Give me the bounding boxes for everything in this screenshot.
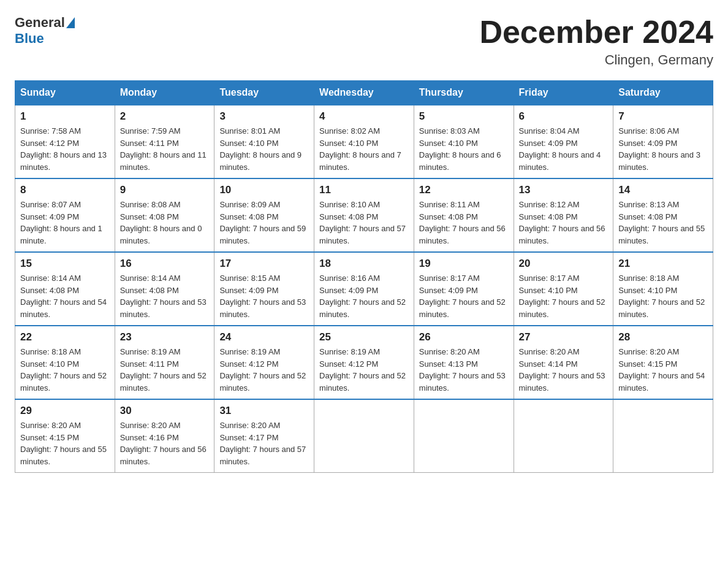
col-tuesday: Tuesday — [214, 81, 314, 105]
col-sunday: Sunday — [15, 81, 115, 105]
day-number: 25 — [319, 331, 409, 343]
day-info: Sunrise: 8:09 AMSunset: 4:08 PMDaylight:… — [219, 199, 309, 247]
day-info: Sunrise: 8:17 AMSunset: 4:09 PMDaylight:… — [419, 272, 509, 320]
calendar-cell: 28 Sunrise: 8:20 AMSunset: 4:15 PMDaylig… — [613, 326, 713, 399]
day-info: Sunrise: 8:20 AMSunset: 4:14 PMDaylight:… — [519, 346, 609, 394]
calendar-cell: 30 Sunrise: 8:20 AMSunset: 4:16 PMDaylig… — [115, 399, 214, 473]
calendar-cell: 1 Sunrise: 7:58 AMSunset: 4:12 PMDayligh… — [15, 105, 115, 178]
calendar-cell: 10 Sunrise: 8:09 AMSunset: 4:08 PMDaylig… — [214, 178, 314, 252]
calendar-cell: 24 Sunrise: 8:19 AMSunset: 4:12 PMDaylig… — [214, 326, 314, 399]
calendar-cell: 9 Sunrise: 8:08 AMSunset: 4:08 PMDayligh… — [115, 178, 214, 252]
day-info: Sunrise: 8:02 AMSunset: 4:10 PMDaylight:… — [319, 125, 409, 173]
day-number: 28 — [618, 331, 708, 343]
day-info: Sunrise: 8:20 AMSunset: 4:17 PMDaylight:… — [219, 419, 309, 467]
title-block: December 2024 Clingen, Germany — [479, 15, 713, 68]
col-thursday: Thursday — [414, 81, 514, 105]
calendar-cell: 14 Sunrise: 8:13 AMSunset: 4:08 PMDaylig… — [613, 178, 713, 252]
day-number: 7 — [618, 110, 708, 123]
calendar-cell: 21 Sunrise: 8:18 AMSunset: 4:10 PMDaylig… — [613, 252, 713, 326]
calendar-cell: 11 Sunrise: 8:10 AMSunset: 4:08 PMDaylig… — [314, 178, 414, 252]
day-number: 6 — [519, 110, 609, 123]
calendar-cell: 8 Sunrise: 8:07 AMSunset: 4:09 PMDayligh… — [15, 178, 115, 252]
calendar-cell: 5 Sunrise: 8:03 AMSunset: 4:10 PMDayligh… — [414, 105, 514, 178]
calendar-cell — [414, 399, 514, 473]
day-number: 21 — [618, 258, 708, 270]
calendar-cell: 18 Sunrise: 8:16 AMSunset: 4:09 PMDaylig… — [314, 252, 414, 326]
location: Clingen, Germany — [479, 52, 713, 68]
day-info: Sunrise: 8:13 AMSunset: 4:08 PMDaylight:… — [618, 199, 708, 247]
calendar-cell: 13 Sunrise: 8:12 AMSunset: 4:08 PMDaylig… — [514, 178, 613, 252]
calendar-cell: 20 Sunrise: 8:17 AMSunset: 4:10 PMDaylig… — [514, 252, 613, 326]
calendar-cell: 4 Sunrise: 8:02 AMSunset: 4:10 PMDayligh… — [314, 105, 414, 178]
day-info: Sunrise: 8:18 AMSunset: 4:10 PMDaylight:… — [618, 272, 708, 320]
calendar-cell: 27 Sunrise: 8:20 AMSunset: 4:14 PMDaylig… — [514, 326, 613, 399]
day-info: Sunrise: 8:10 AMSunset: 4:08 PMDaylight:… — [319, 199, 409, 247]
calendar-week-4: 22 Sunrise: 8:18 AMSunset: 4:10 PMDaylig… — [15, 326, 713, 399]
calendar-table: Sunday Monday Tuesday Wednesday Thursday… — [15, 80, 713, 473]
calendar-cell: 7 Sunrise: 8:06 AMSunset: 4:09 PMDayligh… — [613, 105, 713, 178]
day-info: Sunrise: 8:19 AMSunset: 4:12 PMDaylight:… — [219, 346, 309, 394]
day-info: Sunrise: 8:12 AMSunset: 4:08 PMDaylight:… — [519, 199, 609, 247]
day-number: 1 — [20, 110, 110, 123]
day-number: 20 — [519, 258, 609, 270]
day-number: 12 — [419, 184, 509, 196]
calendar-cell: 23 Sunrise: 8:19 AMSunset: 4:11 PMDaylig… — [115, 326, 214, 399]
day-number: 22 — [20, 331, 110, 343]
day-number: 17 — [219, 258, 309, 270]
calendar-cell: 29 Sunrise: 8:20 AMSunset: 4:15 PMDaylig… — [15, 399, 115, 473]
day-number: 4 — [319, 110, 409, 123]
page-header: General Blue December 2024 Clingen, Germ… — [15, 15, 713, 68]
day-info: Sunrise: 8:18 AMSunset: 4:10 PMDaylight:… — [20, 346, 110, 394]
col-friday: Friday — [514, 81, 613, 105]
day-info: Sunrise: 8:16 AMSunset: 4:09 PMDaylight:… — [319, 272, 409, 320]
col-saturday: Saturday — [613, 81, 713, 105]
calendar-cell: 19 Sunrise: 8:17 AMSunset: 4:09 PMDaylig… — [414, 252, 514, 326]
calendar-cell: 17 Sunrise: 8:15 AMSunset: 4:09 PMDaylig… — [214, 252, 314, 326]
day-info: Sunrise: 8:08 AMSunset: 4:08 PMDaylight:… — [120, 199, 210, 247]
calendar-cell — [314, 399, 414, 473]
day-info: Sunrise: 8:07 AMSunset: 4:09 PMDaylight:… — [20, 199, 110, 247]
day-number: 18 — [319, 258, 409, 270]
calendar-cell: 12 Sunrise: 8:11 AMSunset: 4:08 PMDaylig… — [414, 178, 514, 252]
logo-blue-text: Blue — [15, 31, 44, 47]
calendar-header-row: Sunday Monday Tuesday Wednesday Thursday… — [15, 81, 713, 105]
col-wednesday: Wednesday — [314, 81, 414, 105]
calendar-week-1: 1 Sunrise: 7:58 AMSunset: 4:12 PMDayligh… — [15, 105, 713, 178]
day-info: Sunrise: 8:19 AMSunset: 4:11 PMDaylight:… — [120, 346, 210, 394]
calendar-cell: 22 Sunrise: 8:18 AMSunset: 4:10 PMDaylig… — [15, 326, 115, 399]
calendar-cell: 3 Sunrise: 8:01 AMSunset: 4:10 PMDayligh… — [214, 105, 314, 178]
month-title: December 2024 — [479, 15, 713, 50]
day-info: Sunrise: 8:01 AMSunset: 4:10 PMDaylight:… — [219, 125, 309, 173]
day-info: Sunrise: 8:20 AMSunset: 4:15 PMDaylight:… — [618, 346, 708, 394]
calendar-cell: 6 Sunrise: 8:04 AMSunset: 4:09 PMDayligh… — [514, 105, 613, 178]
day-number: 29 — [20, 405, 110, 417]
day-info: Sunrise: 8:11 AMSunset: 4:08 PMDaylight:… — [419, 199, 509, 247]
logo: General Blue — [15, 15, 76, 47]
day-number: 23 — [120, 331, 210, 343]
day-number: 24 — [219, 331, 309, 343]
day-info: Sunrise: 8:14 AMSunset: 4:08 PMDaylight:… — [20, 272, 110, 320]
day-number: 26 — [419, 331, 509, 343]
day-info: Sunrise: 8:17 AMSunset: 4:10 PMDaylight:… — [519, 272, 609, 320]
calendar-cell: 25 Sunrise: 8:19 AMSunset: 4:12 PMDaylig… — [314, 326, 414, 399]
day-number: 13 — [519, 184, 609, 196]
day-info: Sunrise: 8:14 AMSunset: 4:08 PMDaylight:… — [120, 272, 210, 320]
day-info: Sunrise: 7:59 AMSunset: 4:11 PMDaylight:… — [120, 125, 210, 173]
col-monday: Monday — [115, 81, 214, 105]
calendar-cell — [613, 399, 713, 473]
logo-general-text: General — [15, 15, 65, 31]
day-number: 3 — [219, 110, 309, 123]
calendar-cell: 16 Sunrise: 8:14 AMSunset: 4:08 PMDaylig… — [115, 252, 214, 326]
calendar-week-2: 8 Sunrise: 8:07 AMSunset: 4:09 PMDayligh… — [15, 178, 713, 252]
day-info: Sunrise: 7:58 AMSunset: 4:12 PMDaylight:… — [20, 125, 110, 173]
day-number: 16 — [120, 258, 210, 270]
day-info: Sunrise: 8:19 AMSunset: 4:12 PMDaylight:… — [319, 346, 409, 394]
calendar-cell: 31 Sunrise: 8:20 AMSunset: 4:17 PMDaylig… — [214, 399, 314, 473]
day-info: Sunrise: 8:20 AMSunset: 4:15 PMDaylight:… — [20, 419, 110, 467]
day-number: 5 — [419, 110, 509, 123]
day-number: 30 — [120, 405, 210, 417]
day-info: Sunrise: 8:15 AMSunset: 4:09 PMDaylight:… — [219, 272, 309, 320]
day-number: 27 — [519, 331, 609, 343]
day-number: 8 — [20, 184, 110, 196]
logo-triangle-icon — [66, 17, 75, 28]
